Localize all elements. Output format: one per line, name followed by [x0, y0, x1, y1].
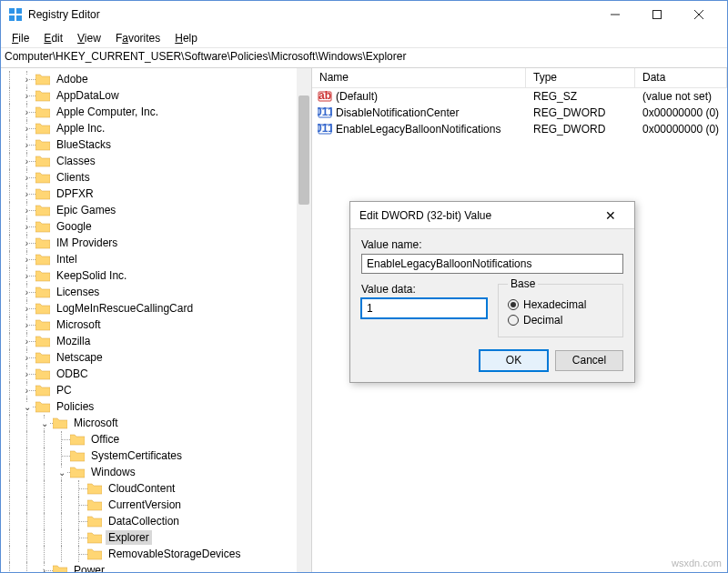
tree-item[interactable]: ⌄Microsoft [1, 415, 311, 431]
tree-item[interactable]: ›LogMeInRescueCallingCard [1, 300, 311, 317]
tree-label: SystemCertificates [88, 448, 185, 463]
tree-item[interactable]: ›ODBC [1, 366, 311, 382]
tree-item[interactable]: ›DPFXR [1, 186, 311, 202]
folder-icon [35, 335, 50, 347]
tree-label: DPFXR [54, 186, 96, 201]
value-name-input[interactable] [361, 254, 623, 274]
tree-item[interactable]: ⌄Policies [1, 398, 311, 415]
tree-item[interactable]: ›Microsoft [1, 317, 311, 333]
tree-item[interactable]: ›Classes [1, 153, 311, 169]
menubar: File Edit View Favorites Help [1, 28, 727, 48]
tree-item[interactable]: ›Adobe [1, 71, 311, 87]
menu-edit[interactable]: Edit [36, 30, 70, 46]
base-legend: Base [508, 277, 538, 290]
dialog-close-button[interactable]: ✕ [596, 208, 625, 223]
tree-item[interactable]: ⌄Windows [1, 464, 311, 480]
folder-icon [70, 466, 85, 478]
tree-item[interactable]: DataCollection [1, 513, 311, 529]
folder-icon [35, 89, 50, 102]
menu-view[interactable]: View [70, 30, 108, 46]
tree-item[interactable]: ›Clients [1, 169, 311, 186]
tree-item[interactable]: ›AppDataLow [1, 87, 311, 104]
tree-label: Apple Inc. [54, 121, 107, 136]
tree-label: Adobe [54, 72, 91, 86]
radio-decimal[interactable]: Decimal [508, 314, 613, 327]
value-data-input[interactable] [361, 298, 487, 318]
tree-item[interactable]: CurrentVersion [1, 497, 311, 513]
tree-item[interactable]: ›Netscape [1, 349, 311, 366]
tree-item[interactable]: CloudContent [1, 480, 311, 497]
svg-rect-2 [9, 15, 15, 21]
tree-view[interactable]: ›Adobe›AppDataLow›Apple Computer, Inc.›A… [1, 68, 312, 572]
folder-icon [35, 236, 50, 249]
tree-label: DataCollection [106, 514, 182, 528]
tree-item[interactable]: ›Intel [1, 251, 311, 267]
list-row[interactable]: 011EnableLegacyBalloonNotifications REG_… [312, 121, 727, 137]
list-header[interactable]: Name Type Data [312, 68, 727, 88]
folder-icon [53, 417, 67, 429]
tree-label: AppDataLow [54, 88, 122, 103]
folder-icon [35, 138, 50, 151]
cancel-button[interactable]: Cancel [555, 350, 623, 371]
tree-label: Clients [54, 170, 93, 185]
folder-icon [35, 187, 50, 200]
folder-icon [35, 171, 50, 184]
dialog-title: Edit DWORD (32-bit) Value [359, 209, 596, 222]
tree-item[interactable]: ›BlueStacks [1, 136, 311, 153]
tree-item[interactable]: RemovableStorageDevices [1, 546, 311, 562]
tree-label: Apple Computer, Inc. [54, 105, 161, 119]
tree-item[interactable]: Office [1, 431, 311, 447]
string-value-icon: ab [318, 89, 332, 104]
titlebar: Registry Editor [1, 1, 727, 28]
tree-label: RemovableStorageDevices [106, 547, 243, 561]
tree-label: Classes [54, 154, 98, 168]
tree-scrollbar[interactable] [297, 68, 311, 572]
svg-rect-5 [653, 11, 662, 19]
window-title: Registry Editor [28, 8, 594, 21]
folder-icon [35, 384, 50, 397]
header-name[interactable]: Name [312, 68, 526, 87]
tree-item[interactable]: ›Mozilla [1, 333, 311, 349]
tree-item[interactable]: SystemCertificates [1, 447, 311, 464]
header-data[interactable]: Data [635, 68, 727, 87]
folder-icon [35, 106, 50, 118]
tree-item[interactable]: Explorer [1, 529, 311, 546]
svg-rect-1 [16, 8, 22, 14]
tree-label: KeepSolid Inc. [54, 268, 129, 283]
minimize-button[interactable] [594, 1, 636, 28]
list-row[interactable]: ab(Default) REG_SZ (value not set) [312, 88, 727, 105]
menu-file[interactable]: File [5, 30, 36, 46]
menu-favorites[interactable]: Favorites [108, 30, 167, 46]
close-button[interactable] [678, 1, 720, 28]
folder-icon [35, 302, 50, 315]
tree-label: Power [71, 563, 107, 572]
header-type[interactable]: Type [526, 68, 635, 87]
svg-text:ab: ab [318, 89, 331, 102]
tree-item[interactable]: ›PC [1, 382, 311, 398]
folder-icon [87, 515, 102, 528]
radio-hexadecimal[interactable]: Hexadecimal [508, 298, 613, 311]
tree-item[interactable]: ›IM Providers [1, 235, 311, 251]
tree-item[interactable]: ›Licenses [1, 284, 311, 300]
maximize-button[interactable] [636, 1, 678, 28]
dialog-titlebar[interactable]: Edit DWORD (32-bit) Value ✕ [350, 202, 634, 229]
radio-icon [508, 315, 519, 326]
menu-help[interactable]: Help [167, 30, 205, 46]
tree-item[interactable]: ›KeepSolid Inc. [1, 267, 311, 284]
address-bar[interactable]: Computer\HKEY_CURRENT_USER\Software\Poli… [1, 48, 727, 68]
binary-value-icon: 011 [318, 122, 332, 136]
tree-item[interactable]: ›Apple Computer, Inc. [1, 104, 311, 120]
tree-item[interactable]: ›Google [1, 218, 311, 235]
tree-label: Mozilla [54, 334, 93, 348]
tree-label: Intel [54, 252, 80, 266]
tree-item[interactable]: ›Power [1, 562, 311, 572]
ok-button[interactable]: OK [480, 350, 548, 371]
list-row[interactable]: 011DisableNotificationCenter REG_DWORD 0… [312, 105, 727, 121]
tree-item[interactable]: ›Epic Games [1, 202, 311, 218]
tree-label: CurrentVersion [106, 498, 184, 512]
tree-label: Office [88, 432, 122, 447]
tree-label: PC [54, 383, 75, 397]
tree-item[interactable]: ›Apple Inc. [1, 120, 311, 136]
base-fieldset: Base Hexadecimal Decimal [498, 277, 623, 337]
folder-icon [35, 73, 50, 85]
